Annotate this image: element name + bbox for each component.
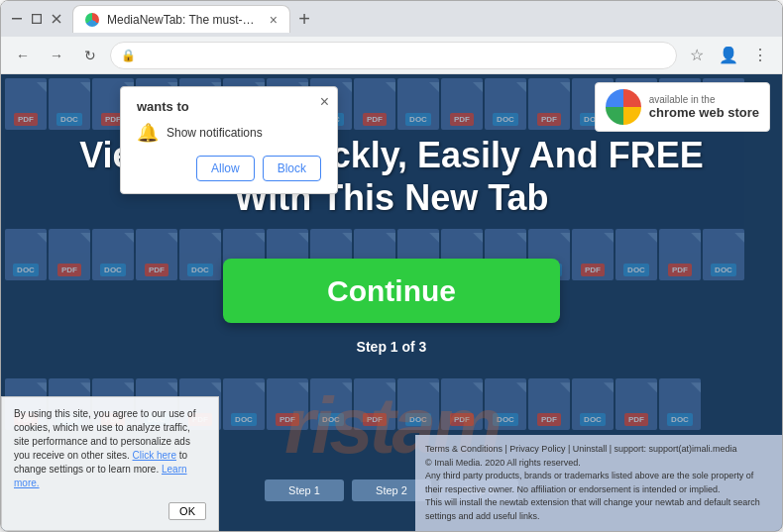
- new-tab-button[interactable]: +: [290, 5, 318, 33]
- notification-close-button[interactable]: ×: [320, 93, 329, 111]
- page-content: PDF DOC PDF DOC PDF DOC PDF DOC PDF DOC …: [1, 74, 782, 531]
- notification-popup: × wants to 🔔 Show notifications Allow Bl…: [120, 86, 338, 194]
- tab-close-button[interactable]: ×: [270, 12, 278, 28]
- cookie-notice: By using this site, you agree to our use…: [1, 396, 219, 531]
- cws-text: available in the chrome web store: [649, 94, 759, 120]
- footer-links-text: Terms & Conditions | Privacy Policy | Un…: [425, 444, 737, 454]
- tab-bar: MediaNewTab: The must-have C × +: [72, 5, 774, 33]
- continue-button[interactable]: Continue: [223, 259, 560, 323]
- allow-button[interactable]: Allow: [196, 156, 255, 181]
- back-button[interactable]: ←: [9, 42, 37, 69]
- refresh-button[interactable]: ↻: [76, 42, 104, 69]
- footer-disclaimer1: Any third party products, brands or trad…: [425, 470, 772, 496]
- maximize-button[interactable]: [29, 11, 45, 27]
- footer-legal: Terms & Conditions | Privacy Policy | Un…: [415, 435, 782, 531]
- chrome-icon: [606, 89, 641, 125]
- address-actions: ☆ 👤 ⋮: [683, 42, 774, 69]
- window-controls: [9, 11, 64, 27]
- svg-rect-0: [12, 18, 22, 20]
- address-bar: ← → ↻ 🔒 ☆ 👤 ⋮: [1, 37, 782, 74]
- address-input[interactable]: 🔒: [110, 42, 677, 69]
- notification-buttons: Allow Block: [137, 156, 321, 181]
- bell-icon: 🔔: [137, 122, 159, 144]
- notification-row: 🔔 Show notifications: [137, 122, 321, 144]
- chrome-web-store-badge: available in the chrome web store: [595, 82, 770, 132]
- footer-copyright: © Imali Media. 2020 All rights reserved.: [425, 457, 772, 471]
- close-button[interactable]: [49, 11, 64, 27]
- tab-title: MediaNewTab: The must-have C: [107, 13, 258, 27]
- notification-permission-label: Show notifications: [167, 126, 263, 140]
- block-button[interactable]: Block: [263, 156, 321, 181]
- active-tab[interactable]: MediaNewTab: The must-have C ×: [72, 5, 290, 33]
- step-box-1: Step 1: [265, 479, 344, 501]
- lock-icon: 🔒: [121, 49, 136, 62]
- cws-available-text: available in the: [649, 94, 759, 105]
- step-indicator: Step 1 of 3: [357, 339, 427, 355]
- svg-rect-1: [33, 15, 42, 24]
- notification-title: wants to: [137, 99, 321, 114]
- tab-favicon: [85, 13, 99, 27]
- forward-button[interactable]: →: [43, 42, 70, 69]
- cookie-ok-button[interactable]: OK: [168, 502, 206, 520]
- profile-icon[interactable]: 👤: [715, 42, 742, 69]
- browser-window: MediaNewTab: The must-have C × + ← → ↻ 🔒…: [0, 0, 783, 532]
- cws-store-name: chrome web store: [649, 105, 759, 120]
- menu-icon[interactable]: ⋮: [746, 42, 774, 69]
- title-bar: MediaNewTab: The must-have C × +: [1, 1, 782, 37]
- bookmark-icon[interactable]: ☆: [683, 42, 711, 69]
- footer-links: Terms & Conditions | Privacy Policy | Un…: [425, 443, 772, 457]
- click-here-link[interactable]: Click here: [133, 450, 176, 461]
- footer-disclaimer2: This will install the newtab extension t…: [425, 496, 772, 523]
- minimize-button[interactable]: [9, 11, 25, 27]
